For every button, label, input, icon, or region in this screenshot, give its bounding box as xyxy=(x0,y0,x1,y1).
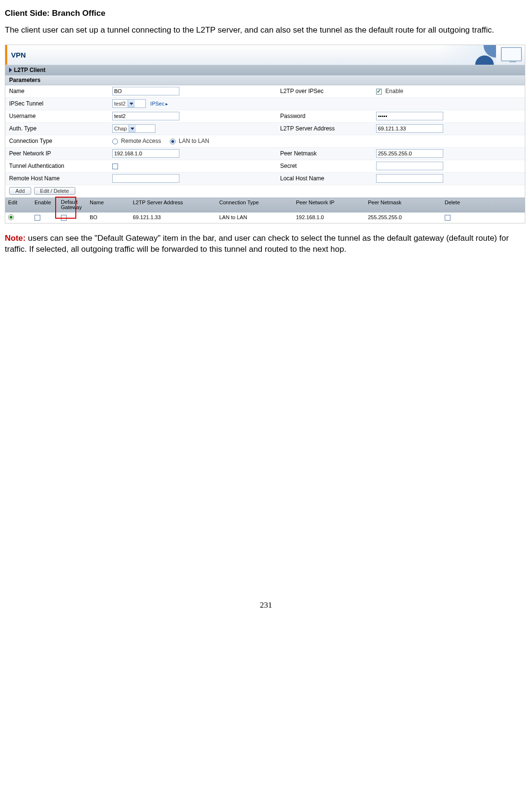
gh-conn: Connection Type xyxy=(216,198,293,212)
label-ipsec-tunnel: IPSec Tunnel xyxy=(9,100,112,107)
label-peer-netmask: Peer Netmask xyxy=(280,150,376,157)
gh-server: L2TP Server Address xyxy=(130,198,216,212)
doc-heading: Client Side: Branch Office xyxy=(5,9,527,18)
row-username: Username Password xyxy=(5,110,525,123)
highlight-box xyxy=(55,197,76,219)
row-ipsec-tunnel: IPSec Tunnel test2 IPSec xyxy=(5,98,525,110)
row-tunnel-auth: Tunnel Authentication Secret xyxy=(5,160,525,173)
label-conn-type: Connection Type xyxy=(9,138,112,144)
row-peer-ip: Peer Network IP Peer Netmask xyxy=(5,148,525,160)
label-server-addr: L2TP Server Address xyxy=(280,125,376,132)
link-ipsec[interactable]: IPSec xyxy=(150,101,167,106)
label-local-host: Local Host Name xyxy=(280,175,376,182)
edit-delete-button[interactable]: Edit / Delete xyxy=(34,187,75,195)
label-peer-ip: Peer Network IP xyxy=(9,150,112,157)
gr-conn: LAN to LAN xyxy=(216,212,293,223)
label-remote-access: Remote Access xyxy=(121,138,161,144)
input-remote-host[interactable] xyxy=(112,174,179,183)
header-deco xyxy=(410,45,525,65)
input-secret[interactable] xyxy=(376,162,443,170)
select-ipsec-tunnel[interactable]: test2 xyxy=(112,99,146,108)
parameters-bar: Parameters xyxy=(5,75,525,85)
select-auth-type[interactable]: Chap xyxy=(112,124,155,133)
vpn-header-title: VPN xyxy=(11,51,26,59)
label-auth-type: Auth. Type xyxy=(9,125,112,132)
label-enable: Enable xyxy=(385,88,403,94)
label-password: Password xyxy=(280,113,376,119)
radio-edit-row[interactable] xyxy=(8,214,14,220)
label-secret: Secret xyxy=(280,163,376,169)
label-lan-to-lan: LAN to LAN xyxy=(179,138,209,144)
gh-peerip: Peer Network IP xyxy=(293,198,365,212)
tunnel-grid: Edit Enable Default Gateway Name L2TP Se… xyxy=(5,198,525,223)
radio-remote-access[interactable] xyxy=(112,139,118,144)
checkbox-enable-row[interactable] xyxy=(35,215,40,221)
section-label: L2TP Client xyxy=(14,67,46,73)
gr-name: BO xyxy=(87,212,130,223)
input-peer-ip[interactable] xyxy=(112,149,179,158)
checkbox-delete-row[interactable] xyxy=(445,215,450,221)
input-peer-netmask[interactable] xyxy=(376,149,443,158)
gh-peermask: Peer Netmask xyxy=(365,198,442,212)
grid-row: BO 69.121.1.33 LAN to LAN 192.168.1.0 25… xyxy=(5,212,525,223)
input-password[interactable] xyxy=(376,112,443,120)
label-tunnel-auth: Tunnel Authentication xyxy=(9,163,112,169)
input-username[interactable] xyxy=(112,112,179,120)
checkbox-tunnel-auth[interactable] xyxy=(112,164,118,169)
button-row: Add Edit / Delete xyxy=(5,185,525,198)
accent-strip xyxy=(5,45,7,65)
label-username: Username xyxy=(9,113,112,119)
gh-name: Name xyxy=(87,198,130,212)
gr-peermask: 255.255.255.0 xyxy=(365,212,442,223)
radio-lan-to-lan[interactable] xyxy=(170,139,176,144)
section-l2tp-client[interactable]: L2TP Client xyxy=(5,65,525,75)
curve-graphic xyxy=(438,45,496,65)
vpn-panel-header: VPN xyxy=(5,45,525,65)
monitor-icon xyxy=(496,45,525,65)
doc-note: Note: users can see the "Default Gateway… xyxy=(5,233,527,255)
gr-peerip: 192.168.1.0 xyxy=(293,212,365,223)
add-button[interactable]: Add xyxy=(9,187,31,195)
gr-server: 69.121.1.33 xyxy=(130,212,216,223)
checkbox-enable-ipsec[interactable] xyxy=(376,89,382,94)
page-number: 231 xyxy=(5,600,527,610)
gh-edit: Edit xyxy=(5,198,32,212)
doc-intro: The client user can set up a tunnel conn… xyxy=(5,25,527,36)
gh-enable: Enable xyxy=(32,198,58,212)
select-ipsec-value: test2 xyxy=(114,101,126,106)
input-name[interactable] xyxy=(112,87,179,95)
grid-header: Edit Enable Default Gateway Name L2TP Se… xyxy=(5,198,525,212)
label-name: Name xyxy=(9,88,112,94)
input-server-addr[interactable] xyxy=(376,124,443,133)
select-auth-value: Chap xyxy=(114,126,127,131)
row-auth: Auth. Type Chap L2TP Server Address xyxy=(5,123,525,135)
row-conn-type: Connection Type Remote Access LAN to LAN xyxy=(5,135,525,148)
chevron-down-icon xyxy=(129,125,136,132)
note-body: users can see the "Default Gateway" item… xyxy=(5,234,509,254)
vpn-config-screenshot: VPN L2TP Client Parameters Name L2TP ove… xyxy=(5,45,525,223)
input-local-host[interactable] xyxy=(376,174,443,183)
row-name: Name L2TP over IPSec Enable xyxy=(5,85,525,98)
label-l2tp-over-ipsec: L2TP over IPSec xyxy=(280,88,376,94)
chevron-down-icon xyxy=(128,100,135,107)
note-label: Note: xyxy=(5,234,25,243)
gh-delete: Delete xyxy=(442,198,525,212)
triangle-icon xyxy=(9,68,12,72)
row-hostnames: Remote Host Name Local Host Name xyxy=(5,173,525,185)
label-remote-host: Remote Host Name xyxy=(9,175,112,182)
